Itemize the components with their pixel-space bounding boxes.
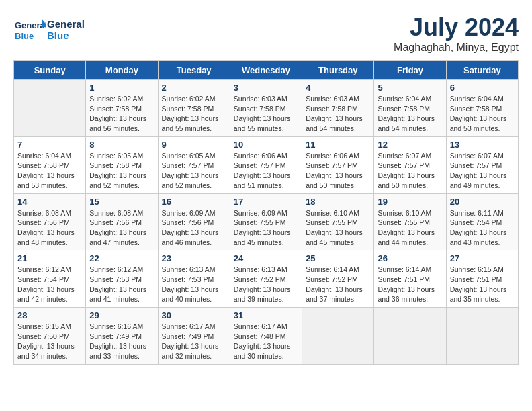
day-number: 21 — [17, 253, 82, 263]
day-number: 12 — [378, 140, 442, 150]
day-number: 27 — [450, 253, 515, 263]
day-cell: 6Sunrise: 6:04 AM Sunset: 7:58 PM Daylig… — [446, 80, 518, 137]
day-info: Sunrise: 6:12 AM Sunset: 7:53 PM Dayligh… — [89, 265, 154, 304]
day-info: Sunrise: 6:07 AM Sunset: 7:57 PM Dayligh… — [450, 151, 515, 191]
day-cell: 11Sunrise: 6:06 AM Sunset: 7:57 PM Dayli… — [302, 136, 374, 193]
day-cell: 13Sunrise: 6:07 AM Sunset: 7:57 PM Dayli… — [446, 136, 518, 193]
day-info: Sunrise: 6:05 AM Sunset: 7:58 PM Dayligh… — [89, 151, 154, 191]
day-cell: 4Sunrise: 6:03 AM Sunset: 7:58 PM Daylig… — [302, 80, 374, 137]
day-cell: 22Sunrise: 6:12 AM Sunset: 7:53 PM Dayli… — [86, 250, 158, 308]
day-cell: 14Sunrise: 6:08 AM Sunset: 7:56 PM Dayli… — [14, 193, 86, 250]
logo-line1: General — [47, 18, 85, 30]
day-number: 13 — [450, 140, 515, 150]
day-info: Sunrise: 6:06 AM Sunset: 7:57 PM Dayligh… — [234, 151, 298, 191]
day-cell: 17Sunrise: 6:09 AM Sunset: 7:55 PM Dayli… — [230, 193, 302, 250]
day-info: Sunrise: 6:16 AM Sunset: 7:49 PM Dayligh… — [89, 322, 154, 361]
svg-text:General: General — [15, 20, 46, 30]
logo-line2: Blue — [47, 30, 85, 41]
day-number: 11 — [306, 140, 370, 150]
location: Maghaghah, Minya, Egypt — [394, 42, 519, 54]
weekday-header-row: SundayMondayTuesdayWednesdayThursdayFrid… — [14, 61, 519, 80]
day-info: Sunrise: 6:15 AM Sunset: 7:51 PM Dayligh… — [450, 265, 515, 304]
day-info: Sunrise: 6:05 AM Sunset: 7:57 PM Dayligh… — [162, 151, 226, 191]
day-info: Sunrise: 6:10 AM Sunset: 7:55 PM Dayligh… — [378, 208, 442, 248]
day-info: Sunrise: 6:14 AM Sunset: 7:52 PM Dayligh… — [306, 265, 370, 304]
day-cell: 24Sunrise: 6:13 AM Sunset: 7:52 PM Dayli… — [230, 250, 302, 308]
day-info: Sunrise: 6:13 AM Sunset: 7:53 PM Dayligh… — [162, 265, 226, 304]
day-cell: 21Sunrise: 6:12 AM Sunset: 7:54 PM Dayli… — [14, 250, 86, 308]
day-info: Sunrise: 6:08 AM Sunset: 7:56 PM Dayligh… — [17, 208, 82, 248]
day-cell: 20Sunrise: 6:11 AM Sunset: 7:54 PM Dayli… — [446, 193, 518, 250]
day-info: Sunrise: 6:10 AM Sunset: 7:55 PM Dayligh… — [306, 208, 370, 248]
day-info: Sunrise: 6:09 AM Sunset: 7:56 PM Dayligh… — [162, 208, 226, 248]
logo-icon: General Blue — [13, 13, 46, 46]
day-number: 28 — [17, 310, 82, 320]
weekday-header-tuesday: Tuesday — [158, 61, 230, 80]
day-info: Sunrise: 6:03 AM Sunset: 7:58 PM Dayligh… — [306, 94, 370, 134]
week-row-1: 1Sunrise: 6:02 AM Sunset: 7:58 PM Daylig… — [14, 80, 519, 137]
day-info: Sunrise: 6:17 AM Sunset: 7:48 PM Dayligh… — [234, 322, 298, 361]
day-number: 30 — [162, 310, 226, 320]
day-number: 24 — [234, 253, 298, 263]
day-cell: 9Sunrise: 6:05 AM Sunset: 7:57 PM Daylig… — [158, 136, 230, 193]
day-cell: 28Sunrise: 6:15 AM Sunset: 7:50 PM Dayli… — [14, 308, 86, 365]
weekday-header-friday: Friday — [374, 61, 446, 80]
calendar-table: SundayMondayTuesdayWednesdayThursdayFrid… — [13, 60, 519, 365]
day-cell: 3Sunrise: 6:03 AM Sunset: 7:58 PM Daylig… — [230, 80, 302, 137]
day-info: Sunrise: 6:13 AM Sunset: 7:52 PM Dayligh… — [234, 265, 298, 304]
day-info: Sunrise: 6:17 AM Sunset: 7:49 PM Dayligh… — [162, 322, 226, 361]
day-number: 10 — [234, 140, 298, 150]
day-cell: 19Sunrise: 6:10 AM Sunset: 7:55 PM Dayli… — [374, 193, 446, 250]
month-year: July 2024 — [394, 13, 519, 42]
day-cell: 2Sunrise: 6:02 AM Sunset: 7:58 PM Daylig… — [158, 80, 230, 137]
week-row-4: 21Sunrise: 6:12 AM Sunset: 7:54 PM Dayli… — [14, 250, 519, 308]
day-info: Sunrise: 6:15 AM Sunset: 7:50 PM Dayligh… — [17, 322, 82, 361]
day-cell: 10Sunrise: 6:06 AM Sunset: 7:57 PM Dayli… — [230, 136, 302, 193]
day-number: 6 — [450, 83, 515, 93]
day-info: Sunrise: 6:09 AM Sunset: 7:55 PM Dayligh… — [234, 208, 298, 248]
page-header: General Blue General Blue July 2024 Magh… — [13, 13, 519, 54]
day-number: 7 — [17, 140, 82, 150]
day-number: 14 — [17, 197, 82, 207]
day-number: 8 — [89, 140, 154, 150]
day-number: 17 — [234, 197, 298, 207]
day-cell: 27Sunrise: 6:15 AM Sunset: 7:51 PM Dayli… — [446, 250, 518, 308]
day-cell — [14, 80, 86, 137]
day-number: 18 — [306, 197, 370, 207]
day-number: 5 — [378, 83, 442, 93]
day-number: 1 — [89, 83, 154, 93]
day-info: Sunrise: 6:14 AM Sunset: 7:51 PM Dayligh… — [378, 265, 442, 304]
day-cell: 23Sunrise: 6:13 AM Sunset: 7:53 PM Dayli… — [158, 250, 230, 308]
day-number: 2 — [162, 83, 226, 93]
week-row-2: 7Sunrise: 6:04 AM Sunset: 7:58 PM Daylig… — [14, 136, 519, 193]
logo: General Blue General Blue — [13, 13, 85, 46]
weekday-header-sunday: Sunday — [14, 61, 86, 80]
day-info: Sunrise: 6:02 AM Sunset: 7:58 PM Dayligh… — [162, 94, 226, 134]
day-info: Sunrise: 6:12 AM Sunset: 7:54 PM Dayligh… — [17, 265, 82, 304]
day-cell: 16Sunrise: 6:09 AM Sunset: 7:56 PM Dayli… — [158, 193, 230, 250]
day-number: 29 — [89, 310, 154, 320]
day-number: 20 — [450, 197, 515, 207]
svg-text:Blue: Blue — [15, 31, 34, 41]
day-cell: 29Sunrise: 6:16 AM Sunset: 7:49 PM Dayli… — [86, 308, 158, 365]
day-info: Sunrise: 6:04 AM Sunset: 7:58 PM Dayligh… — [17, 151, 82, 191]
day-number: 16 — [162, 197, 226, 207]
day-info: Sunrise: 6:04 AM Sunset: 7:58 PM Dayligh… — [378, 94, 442, 134]
weekday-header-thursday: Thursday — [302, 61, 374, 80]
day-info: Sunrise: 6:07 AM Sunset: 7:57 PM Dayligh… — [378, 151, 442, 191]
day-cell: 5Sunrise: 6:04 AM Sunset: 7:58 PM Daylig… — [374, 80, 446, 137]
day-info: Sunrise: 6:02 AM Sunset: 7:58 PM Dayligh… — [89, 94, 154, 134]
day-cell: 15Sunrise: 6:08 AM Sunset: 7:56 PM Dayli… — [86, 193, 158, 250]
day-number: 9 — [162, 140, 226, 150]
day-info: Sunrise: 6:06 AM Sunset: 7:57 PM Dayligh… — [306, 151, 370, 191]
day-number: 22 — [89, 253, 154, 263]
day-number: 26 — [378, 253, 442, 263]
day-info: Sunrise: 6:08 AM Sunset: 7:56 PM Dayligh… — [89, 208, 154, 248]
day-cell: 7Sunrise: 6:04 AM Sunset: 7:58 PM Daylig… — [14, 136, 86, 193]
day-cell: 18Sunrise: 6:10 AM Sunset: 7:55 PM Dayli… — [302, 193, 374, 250]
day-info: Sunrise: 6:11 AM Sunset: 7:54 PM Dayligh… — [450, 208, 515, 248]
day-number: 3 — [234, 83, 298, 93]
day-cell: 30Sunrise: 6:17 AM Sunset: 7:49 PM Dayli… — [158, 308, 230, 365]
day-cell: 1Sunrise: 6:02 AM Sunset: 7:58 PM Daylig… — [86, 80, 158, 137]
week-row-5: 28Sunrise: 6:15 AM Sunset: 7:50 PM Dayli… — [14, 308, 519, 365]
